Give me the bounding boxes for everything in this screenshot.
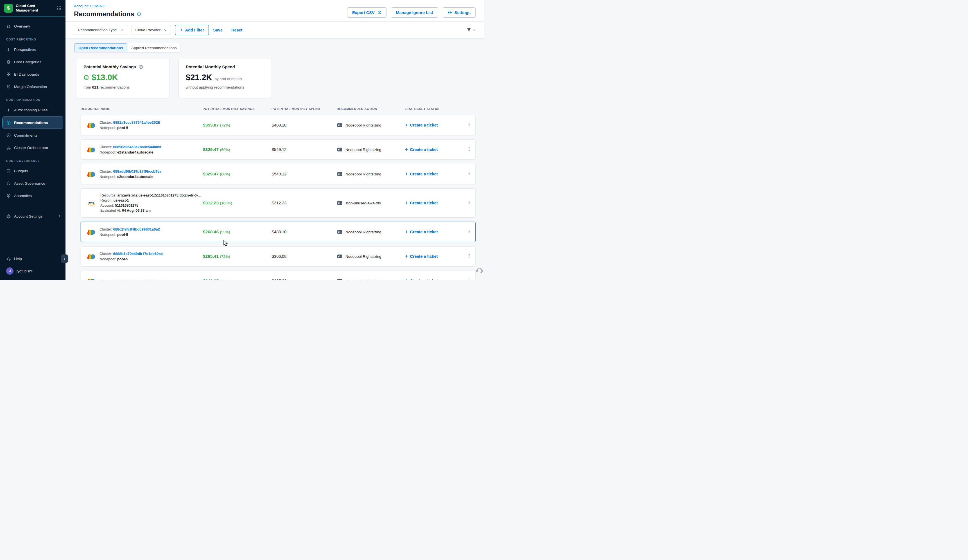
savings-cell: $329.47 (60%) — [203, 171, 272, 177]
lightning-icon — [6, 108, 11, 113]
sidebar-item-budgets[interactable]: Budgets — [0, 165, 65, 177]
sidebar-item-anomalies[interactable]: Anomalies — [0, 189, 65, 202]
account-breadcrumb[interactable]: Account: CCM-NG — [74, 4, 141, 8]
resource-line: Nodepool: e2standar4autoscale — [99, 175, 161, 179]
gcp-logo-icon — [86, 122, 95, 129]
recommendation-type-dropdown[interactable]: Recommendation Type — [74, 25, 127, 35]
resource-line: Account: 511616801275 — [100, 204, 203, 207]
funnel-icon — [467, 28, 471, 32]
money-icon: $ — [6, 120, 11, 125]
create-ticket-label: Create a ticket — [410, 123, 438, 128]
filter-funnel-button[interactable] — [467, 28, 476, 32]
create-ticket-button[interactable]: +Create a ticket — [405, 123, 463, 128]
sidebar-item-bi-dashboards[interactable]: BI Dashboards — [0, 68, 65, 80]
save-filter-link[interactable]: Save — [213, 28, 223, 32]
bar-chart-icon — [6, 47, 11, 52]
resource-link[interactable]: 6888b1c70e49db17c1de60c4 — [113, 252, 162, 256]
row-menu-button[interactable] — [463, 146, 475, 152]
row-menu-button[interactable] — [463, 278, 475, 280]
export-csv-button[interactable]: Export CSV — [347, 7, 386, 18]
resource-line: Cluster: 6881a3ccc887941a4ee202ff — [99, 120, 160, 124]
resource-link[interactable]: 688c2fefc84fbdc99801a0a2 — [113, 227, 160, 231]
cluster-icon — [6, 145, 11, 150]
sidebar: $ Cloud Cost Management OverviewCOST REP… — [0, 0, 65, 280]
create-ticket-button[interactable]: +Create a ticket — [405, 254, 463, 259]
gcp-logo-icon — [86, 146, 95, 153]
create-ticket-button[interactable]: +Create a ticket — [405, 229, 463, 234]
create-ticket-button[interactable]: +Create a ticket — [405, 200, 463, 205]
nav-item-label: Recommendations — [14, 121, 48, 125]
shield-icon — [6, 181, 11, 186]
resource-line: Resource: arn:aws:rds:us-east-1:51161680… — [100, 194, 203, 197]
create-ticket-button[interactable]: +Create a ticket — [405, 147, 463, 152]
row-menu-button[interactable] — [463, 122, 475, 128]
nav-item-label: Margin Obfuscation — [14, 84, 47, 89]
headset-icon — [6, 257, 11, 261]
create-ticket-label: Create a ticket — [410, 147, 438, 152]
plus-icon: + — [405, 278, 408, 280]
row-menu-button[interactable] — [463, 229, 475, 235]
table-row[interactable]: Cluster: 6886e92f59a48cad86b5b1c6$244.05… — [81, 271, 476, 280]
resource-value: pool-5 — [117, 126, 128, 130]
reset-filter-link[interactable]: Reset — [231, 28, 242, 32]
sidebar-collapse-button[interactable] — [61, 254, 68, 263]
action-icon — [337, 230, 343, 234]
info-icon[interactable] — [137, 12, 141, 16]
sidebar-item-account-settings[interactable]: Account Settings — [0, 210, 65, 222]
sidebar-item-margin-obfuscation[interactable]: Margin Obfuscation — [0, 80, 65, 93]
sidebar-item-commitments[interactable]: Commitments — [0, 129, 65, 141]
create-ticket-button[interactable]: +Create a ticket — [405, 171, 463, 177]
table-row[interactable]: Cluster: 688c2fefc84fbdc99801a0a2Nodepoo… — [81, 222, 476, 242]
sidebar-item-recommendations[interactable]: $Recommendations — [2, 116, 63, 129]
resource-link[interactable]: 688add6fb019b17f9bccb95a — [113, 169, 161, 174]
resource-value: 511616801275 — [115, 204, 138, 207]
row-menu-button[interactable] — [463, 200, 475, 206]
user-menu[interactable]: J jyoti.bisht — [0, 265, 65, 277]
alert-shield-icon — [6, 194, 11, 198]
sidebar-item-asset-governance[interactable]: Asset Governance — [0, 177, 65, 189]
manage-ignore-list-button[interactable]: Manage Ignore List — [391, 7, 438, 18]
table-row[interactable]: Cluster: 6881a3ccc887941a4ee202ffNodepoo… — [81, 115, 476, 135]
add-filter-button[interactable]: + Add Filter — [175, 25, 209, 35]
row-menu-button[interactable] — [463, 253, 475, 260]
home-icon — [6, 24, 11, 29]
resource-value: us-east-1 — [114, 199, 129, 202]
page-title: Recommendations — [74, 10, 134, 18]
ccm-logo-icon: $ — [4, 4, 13, 13]
tab-open-recommendations[interactable]: Open Recommendations — [74, 43, 127, 52]
table-row[interactable]: Cluster: 68898c064e3e2ba0e544005fNodepoo… — [81, 139, 476, 160]
question-circle-icon[interactable] — [139, 65, 143, 69]
action-label: stop-unused-aws-rds — [345, 201, 381, 205]
support-chat-icon[interactable] — [476, 266, 484, 274]
savings-card-title: Potential Monthly Savings — [83, 65, 136, 69]
sidebar-item-help[interactable]: Help — [0, 252, 65, 265]
tab-applied-recommendations[interactable]: Applied Recommendations — [127, 43, 181, 52]
sidebar-item-overview[interactable]: Overview — [0, 20, 65, 32]
row-menu-button[interactable] — [463, 171, 475, 177]
plus-icon: + — [405, 229, 408, 234]
sidebar-item-cost-categories[interactable]: Cost Categories — [0, 56, 65, 68]
resource-link[interactable]: 6886e92f59a48cad86b5b1c6 — [113, 279, 162, 280]
create-ticket-label: Create a ticket — [410, 172, 438, 176]
spend-cell: $488.10 — [272, 230, 337, 234]
table-rows: Cluster: 6881a3ccc887941a4ee202ffNodepoo… — [81, 115, 476, 280]
app-grid-icon[interactable] — [57, 6, 61, 11]
resource-link[interactable]: 68898c064e3e2ba0e544005f — [113, 145, 161, 149]
resource-line: Cluster: 68898c064e3e2ba0e544005f — [99, 145, 161, 149]
plus-icon: + — [405, 123, 408, 128]
settings-button[interactable]: Settings — [443, 7, 476, 18]
create-ticket-button[interactable]: +Create a ticket — [405, 278, 463, 280]
resource-link[interactable]: 6881a3ccc887941a4ee202ff — [113, 120, 160, 124]
sidebar-item-perspectives[interactable]: Perspectives — [0, 43, 65, 56]
svg-text:$: $ — [8, 121, 9, 124]
recommended-action-cell: Nodepool Rightsizing — [337, 147, 405, 152]
table-row[interactable]: awsResource: arn:aws:rds:us-east-1:51161… — [81, 188, 476, 218]
create-ticket-label: Create a ticket — [410, 201, 438, 205]
content-area: Open Recommendations Applied Recommendat… — [65, 38, 484, 280]
table-row[interactable]: Cluster: 688add6fb019b17f9bccb95aNodepoo… — [81, 164, 476, 184]
cloud-provider-dropdown[interactable]: Cloud Provider — [131, 25, 171, 35]
sidebar-item-autostopping-rules[interactable]: AutoStopping Rules — [0, 104, 65, 116]
sidebar-bottom: Help J jyoti.bisht — [0, 252, 65, 280]
sidebar-item-cluster-orchestrator[interactable]: Cluster Orchestrator — [0, 141, 65, 154]
table-row[interactable]: Cluster: 6888b1c70e49db17c1de60c4Nodepoo… — [81, 246, 476, 267]
